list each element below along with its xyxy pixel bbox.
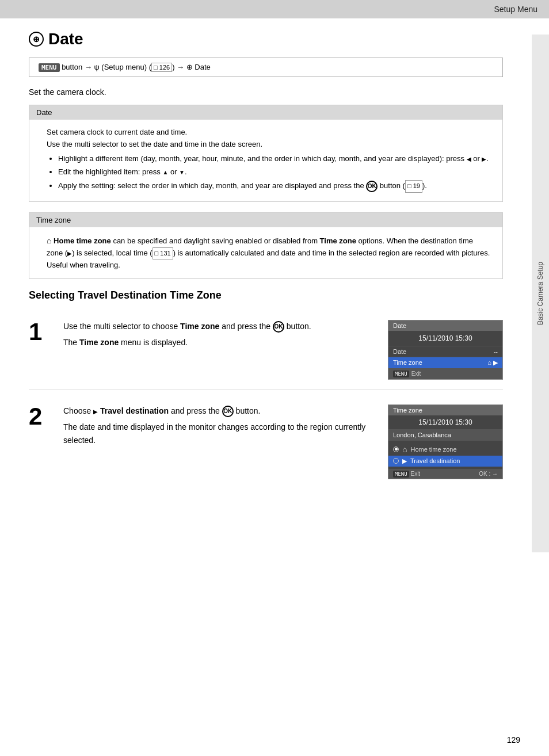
sidebar-label: Basic Camera Setup [536,262,544,325]
arrow-down-icon [179,167,185,176]
cam2-menu-key: MENU [393,471,409,478]
home-icon [47,236,51,245]
nav-text: button → ψ (Setup menu) ( [62,63,151,71]
step-1-text: Use the multi selector to choose Time zo… [63,320,376,353]
ok-btn-step2: OK [222,406,234,417]
dest-arrow-icon [67,249,72,257]
bullet-3: Apply the setting: select the order in w… [58,180,491,193]
step-2-row: 2 Choose Travel destination and press th… [29,395,503,488]
cam2-datetime: 15/11/2010 15:30 [388,415,502,429]
ref-126: □ 126 [151,63,172,72]
subheading: Selecting Travel Destination Time Zone [29,289,503,301]
steps-container: 1 Use the multi selector to choose Time … [29,311,503,494]
cam2-footer: MENU Exit OK : → [388,469,502,479]
screen-2: Time zone 15/11/2010 15:30 London, Casab… [388,404,503,479]
step-1-row: 1 Use the multi selector to choose Time … [29,311,503,390]
header-title: Setup Menu [494,5,538,14]
screen-1: Date 15/11/2010 15:30 Date -- Time zone … [388,320,503,380]
ok-btn-step1: OK [273,321,284,333]
date-para-2: Use the multi selector to set the date a… [47,139,491,151]
timezone-section-body: Home time zone can be specified and dayl… [29,227,502,278]
cam1-date-value: -- [494,348,498,355]
date-section-body: Set camera clock to current date and tim… [29,120,502,201]
radio-home [393,446,399,452]
timezone-section-header: Time zone [29,213,502,227]
sidebar-right: Basic Camera Setup [532,35,549,552]
step-2-note: The date and time displayed in the monit… [63,421,376,446]
step-1-note: The Time zone menu is displayed. [63,336,376,349]
dest-icon-step2 [93,406,98,415]
cam1-tz-icons: ⌂ ▶ [487,359,498,366]
timezone-para: Home time zone can be specified and dayl… [47,234,491,272]
cam2-option-travel: ▶ Travel destination [388,456,502,467]
cam1-menu-key: MENU [393,371,409,377]
cam2-options: Home time zone ▶ Travel destination [388,441,502,469]
cam1-date-label: Date [393,348,406,355]
nav-box: MENU button → ψ (Setup menu) (□ 126) → ⊕… [29,58,503,77]
main-content: ⊕ Date MENU button → ψ (Setup menu) (□ 1… [0,18,532,517]
cam1-footer: MENU Exit [388,369,502,379]
cam1-title: Date [388,320,502,331]
step-2-text: Choose Travel destination and press the … [63,404,376,450]
page-title: Date [48,30,83,48]
menu-key: MENU [39,63,60,72]
step-1-number: 1 [29,320,52,344]
date-section: Date Set camera clock to current date an… [29,105,503,202]
cam2-travel-label: Travel destination [410,457,460,464]
cam2-title: Time zone [388,405,502,415]
cam1-tz-label: Time zone [393,359,422,366]
travel-arrow-icon: ▶ [402,457,407,465]
arrow-left-icon [467,154,471,163]
arrow-right-icon [482,154,486,163]
cam2-option-home: Home time zone [388,443,502,456]
cam1-row-date: Date -- [388,346,502,357]
ref-19: □ 19 [405,180,422,193]
arrow-up-icon [162,167,168,176]
page-number: 129 [507,735,520,744]
home-icon-cam2 [402,445,407,454]
page-header: Setup Menu [0,0,549,18]
title-row: ⊕ Date [29,30,503,48]
step-2-instruction: Choose Travel destination and press the … [63,404,376,417]
cam2-footer-left: MENU Exit [393,471,420,477]
step-2-number: 2 [29,404,52,429]
timezone-section: Time zone Home time zone can be specifie… [29,212,503,279]
ref-131: □ 131 [152,247,173,260]
bullet-2: Edit the highlighted item: press or . [58,166,491,178]
description: Set the camera clock. [29,87,503,97]
ok-button-icon: OK [366,181,378,192]
cam1-exit-label: Exit [411,371,421,377]
step-2-image: Time zone 15/11/2010 15:30 London, Casab… [388,404,503,479]
date-section-header: Date [29,105,502,120]
cam2-home-label: Home time zone [410,446,456,453]
cam2-footer-right: OK : → [479,471,498,477]
cam1-datetime: 15/11/2010 15:30 [388,331,502,346]
date-circle-icon: ⊕ [29,32,44,47]
cam2-location: London, Casablanca [388,429,502,441]
date-para-1: Set camera clock to current date and tim… [47,127,491,139]
date-bullets: Highlight a different item (day, month, … [58,153,491,193]
radio-travel [393,458,399,464]
bullet-1: Highlight a different item (day, month, … [58,153,491,165]
nav-text-2: ) → ⊕ Date [172,63,211,71]
step-1-instruction: Use the multi selector to choose Time zo… [63,320,376,333]
cam1-row-timezone: Time zone ⌂ ▶ [388,357,502,369]
step-1-image: Date 15/11/2010 15:30 Date -- Time zone … [388,320,503,380]
